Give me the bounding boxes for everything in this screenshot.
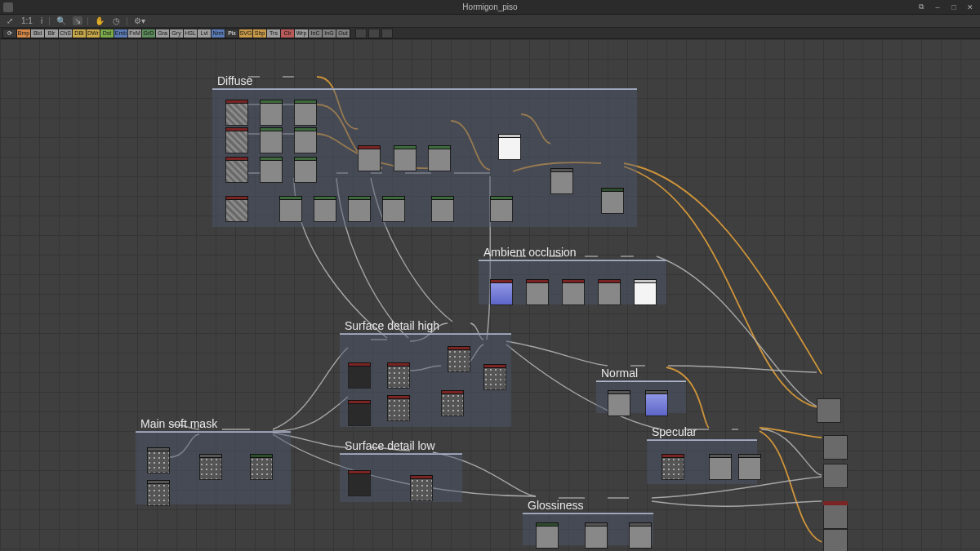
frame-label: Normal [601, 367, 638, 380]
node-sdl0[interactable] [348, 473, 371, 496]
node-gl1[interactable] [585, 526, 608, 549]
node-spc2[interactable] [738, 457, 761, 480]
node-ao4[interactable] [634, 282, 657, 305]
palette-node-shp[interactable]: Shp [252, 29, 267, 38]
timing-button[interactable]: ◷ [111, 16, 122, 25]
node-ao2[interactable] [562, 282, 585, 305]
node-spc0[interactable] [662, 457, 684, 480]
minimize-button[interactable]: – [931, 2, 944, 13]
palette-node-bmp[interactable]: Bmp [16, 29, 31, 38]
node-d_m1[interactable] [394, 149, 416, 171]
palette-node-svg[interactable]: SVG [238, 29, 253, 38]
node-spc1[interactable] [709, 457, 732, 480]
palette-node-dst[interactable]: Dst [100, 29, 114, 38]
node-d_b4[interactable] [431, 199, 454, 222]
palette-node-inc[interactable]: InC [308, 29, 323, 38]
node-d_b5[interactable] [490, 199, 513, 222]
node-d_b1[interactable] [314, 199, 336, 222]
comment-icon[interactable] [355, 29, 367, 38]
maximize-button[interactable]: □ [947, 2, 960, 13]
close-button[interactable]: ✕ [964, 2, 977, 13]
output-node-out3[interactable] [823, 504, 848, 529]
palette-node-wrp[interactable]: Wrp [294, 29, 309, 38]
palette-node-pix[interactable]: Pix [225, 29, 239, 38]
restore-button[interactable]: ⧉ [915, 2, 928, 13]
output-node-out4[interactable] [823, 529, 848, 551]
node-d_r2c0[interactable] [225, 160, 248, 183]
node-gl0[interactable] [536, 526, 559, 549]
hand-tool-button[interactable]: ✋ [93, 16, 106, 25]
node-nrm1[interactable] [645, 393, 668, 416]
node-msm3[interactable] [147, 483, 170, 506]
palette-node-⟳[interactable]: ⟳ [2, 29, 17, 38]
node-d_tail0[interactable] [550, 171, 573, 194]
palette-node-ing[interactable]: InG [322, 29, 336, 38]
palette-node-dbl[interactable]: DBl [72, 29, 87, 38]
node-sdh4[interactable] [348, 403, 371, 426]
node-d_m0[interactable] [358, 149, 381, 171]
node-sdh6[interactable] [441, 393, 464, 416]
palette-node-hsl[interactable]: HSL [183, 29, 198, 38]
node-d_r2c2[interactable] [294, 160, 317, 183]
node-d_b2[interactable] [348, 199, 371, 222]
node-ao0[interactable] [490, 282, 513, 305]
node-msm2[interactable] [250, 457, 273, 480]
palette-node-chs[interactable]: ChS [58, 29, 73, 38]
gear-icon: ⚙ [134, 16, 141, 25]
palette-node-gry[interactable]: Gry [169, 29, 184, 38]
output-node-out1[interactable] [823, 435, 848, 460]
info-button[interactable]: i [39, 16, 44, 25]
node-d_r0c2[interactable] [294, 103, 317, 126]
node-msm0[interactable] [147, 451, 170, 473]
search-button[interactable]: 🔍 [55, 16, 68, 25]
node-d_m2[interactable] [428, 149, 451, 171]
node-sdh5[interactable] [387, 398, 410, 421]
node-gl2[interactable] [629, 526, 652, 549]
node-d_tail1[interactable] [601, 191, 624, 214]
node-msm1[interactable] [199, 457, 222, 480]
palette-node-emb[interactable]: Emb [114, 29, 128, 38]
palette-node-bld[interactable]: Bld [30, 29, 45, 38]
frame-label: Surface detail high [345, 319, 439, 332]
node-sdl1[interactable] [410, 478, 433, 501]
output-node-out0[interactable] [817, 398, 841, 423]
node-nrm0[interactable] [608, 393, 630, 416]
palette-node-grd[interactable]: GrD [141, 29, 156, 38]
node-d_r1c0[interactable] [225, 131, 248, 153]
separator-icon [127, 17, 127, 25]
output-node-out2[interactable] [823, 464, 848, 488]
pointer-tool-button[interactable]: ↘ [73, 16, 82, 25]
node-d_r3c0[interactable] [225, 199, 248, 222]
zoom-fit-button[interactable]: ⤢ [5, 16, 15, 25]
node-d_r0c1[interactable] [260, 103, 283, 126]
node-d_b0[interactable] [279, 199, 302, 222]
node-canvas[interactable]: DiffuseAmbient occlusionSurface detail h… [0, 39, 980, 551]
palette-node-out[interactable]: Out [336, 29, 350, 38]
frame-label: Specular [652, 425, 697, 438]
node-d_r2c1[interactable] [260, 160, 283, 183]
palette-node-clr[interactable]: Clr [280, 29, 295, 38]
node-sdh3[interactable] [483, 367, 506, 390]
separator-icon [87, 17, 88, 25]
palette-node-gra[interactable]: Gra [155, 29, 170, 38]
node-ao3[interactable] [598, 282, 621, 305]
node-sdh1[interactable] [387, 366, 410, 389]
node-sdh2[interactable] [448, 349, 470, 372]
node-sdh0[interactable] [348, 366, 371, 389]
palette-node-nrm[interactable]: Nrm [211, 29, 225, 38]
node-d_r0c0[interactable] [225, 103, 248, 126]
settings-button[interactable]: ⚙▾ [132, 16, 147, 25]
layer-icon[interactable] [368, 29, 380, 38]
palette-node-dwr[interactable]: DWr [86, 29, 100, 38]
node-d_w[interactable] [498, 137, 521, 160]
palette-node-fxm[interactable]: FxM [127, 29, 142, 38]
node-d_r1c2[interactable] [294, 131, 317, 153]
palette-node-trs[interactable]: Trs [266, 29, 281, 38]
node-d_b3[interactable] [382, 199, 405, 222]
palette-node-lvl[interactable]: Lvl [197, 29, 212, 38]
zoom-level-button[interactable]: 1:1 [20, 16, 34, 25]
node-ao1[interactable] [526, 282, 549, 305]
palette-node-blr[interactable]: Blr [44, 29, 59, 38]
bar-icon[interactable] [381, 29, 393, 38]
node-d_r1c1[interactable] [260, 131, 283, 153]
